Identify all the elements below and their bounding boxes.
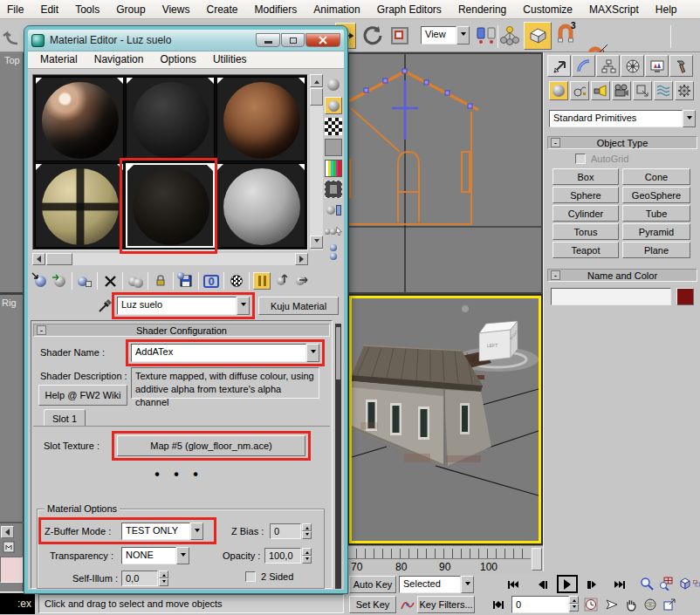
go-to-start-button[interactable] (501, 577, 525, 592)
menu-rendering[interactable]: Rendering (451, 0, 513, 19)
primitive-button-teapot[interactable]: Teapot (552, 242, 619, 258)
key-filters-button[interactable]: Key Filters... (417, 596, 475, 613)
zbias-field[interactable]: 0 (270, 523, 301, 539)
params-scrollbar[interactable] (335, 324, 341, 589)
sample-slot-6[interactable] (216, 163, 305, 248)
play-button[interactable] (557, 575, 578, 593)
menu-file[interactable]: File (0, 0, 31, 19)
trackbar-end-cap[interactable] (532, 548, 542, 571)
tab-hierarchy[interactable] (596, 55, 620, 77)
select-scale-icon[interactable] (391, 27, 408, 44)
menu-views[interactable]: Views (155, 0, 197, 19)
self-illum-spinner[interactable] (159, 571, 168, 586)
mini-listener-pink[interactable] (0, 557, 23, 583)
go-forward-to-sibling-button[interactable] (292, 272, 309, 290)
primitive-button-tube[interactable]: Tube (622, 205, 690, 222)
sample-slot-1[interactable] (35, 77, 124, 161)
me-menu-options[interactable]: Options (154, 51, 203, 67)
collapse-icon[interactable]: - (551, 270, 560, 280)
material-editor-dialog[interactable]: Material Editor - Luz suelo Material Nav… (24, 26, 347, 593)
dialog-title-bar[interactable]: Material Editor - Luz suelo (28, 30, 344, 51)
menu-graph-editors[interactable]: Graph Editors (370, 0, 449, 19)
field-of-view-button[interactable] (604, 596, 620, 613)
collapse-icon[interactable]: - (551, 138, 560, 147)
tab-create[interactable] (547, 55, 571, 77)
primitive-button-plane[interactable]: Plane (622, 242, 690, 258)
key-mode-toggle[interactable] (489, 597, 508, 612)
dropdown-arrow-icon[interactable] (306, 344, 319, 362)
dropdown-arrow-icon[interactable] (190, 523, 203, 540)
scrollbar-thumb[interactable] (310, 88, 323, 106)
dropdown-arrow-icon[interactable] (461, 576, 474, 593)
shader-name-dropdown[interactable]: AddATex (131, 344, 319, 362)
slot-1-tab[interactable]: Slot 1 (44, 409, 86, 427)
video-color-check-button[interactable] (325, 160, 342, 177)
viewport-front[interactable] (347, 52, 543, 294)
shader-configuration-rollout-header[interactable]: - Shader Configuration (33, 324, 330, 337)
mirror-icon[interactable] (475, 24, 498, 47)
primitive-button-sphere[interactable]: Sphere (552, 187, 619, 203)
menu-group[interactable]: Group (109, 0, 152, 19)
set-key-button[interactable]: Set Key (349, 596, 396, 613)
opacity-spinner[interactable] (302, 548, 312, 564)
options-button[interactable] (325, 202, 342, 219)
category-shapes[interactable] (570, 81, 589, 100)
arc-rotate-button[interactable] (642, 596, 658, 613)
menu-tools[interactable]: Tools (68, 0, 106, 19)
primitive-button-geosphere[interactable]: GeoSphere (622, 187, 690, 203)
zoom-extents-all-button[interactable] (693, 576, 700, 591)
tab-motion[interactable] (621, 55, 644, 77)
name-color-rollout-header[interactable]: - Name and Color (547, 269, 697, 282)
zbuffer-mode-dropdown[interactable]: TEST ONLY (121, 523, 203, 540)
primitive-button-pyramid[interactable]: Pyramid (622, 223, 690, 240)
put-to-library-button[interactable] (177, 272, 195, 290)
primitive-category-dropdown[interactable]: Standard Primitives (549, 110, 696, 127)
perspective-viewport-canvas[interactable]: LEFT RIGHT (352, 298, 539, 541)
sample-type-button[interactable] (325, 76, 342, 93)
next-frame-button[interactable] (581, 577, 602, 592)
scroll-up-button[interactable] (310, 74, 323, 87)
material-name-value[interactable]: Luz suelo (117, 297, 237, 315)
viewport-top-label[interactable]: Top (4, 55, 20, 65)
category-space-warps[interactable] (654, 81, 673, 100)
category-systems[interactable] (675, 81, 694, 100)
put-material-to-scene-button[interactable] (51, 272, 68, 290)
sample-slot-5-selected[interactable] (126, 163, 215, 248)
go-to-end-button[interactable] (607, 577, 632, 592)
undo-icon[interactable] (2, 24, 23, 47)
menu-customize[interactable]: Customize (516, 0, 580, 19)
menu-animation[interactable]: Animation (306, 0, 367, 19)
menu-edit[interactable]: Edit (33, 0, 65, 19)
maxscript-icon[interactable] (3, 541, 15, 553)
me-menu-material[interactable]: Material (33, 51, 85, 67)
dropdown-arrow-icon[interactable] (683, 110, 696, 127)
schematic-view-icon[interactable] (499, 24, 520, 47)
params-scrollbar-thumb[interactable] (336, 327, 340, 379)
mini-listener-field[interactable]: :ex (0, 593, 35, 614)
dropdown-arrow-icon[interactable] (237, 297, 250, 315)
object-type-rollout-header[interactable]: - Object Type (547, 136, 697, 149)
select-rotate-icon[interactable] (360, 24, 384, 48)
snaps-toggle-button[interactable] (524, 22, 552, 50)
timeline-ruler[interactable] (347, 549, 531, 559)
select-by-material-button[interactable] (325, 222, 342, 240)
menu-maxscript[interactable]: MAXScript (582, 0, 646, 19)
material-map-navigator-button[interactable] (325, 243, 342, 261)
auto-key-button[interactable]: Auto Key (349, 576, 396, 593)
self-illum-field[interactable]: 0,0 (121, 571, 158, 586)
menu-create[interactable]: Create (200, 0, 245, 19)
sample-uv-tiling-button[interactable] (325, 139, 342, 156)
minimize-button[interactable] (256, 33, 280, 47)
show-end-result-button[interactable] (253, 272, 271, 290)
show-map-in-viewport-button[interactable] (228, 272, 245, 290)
menu-modifiers[interactable]: Modifiers (248, 0, 305, 19)
reset-map-button[interactable] (101, 272, 119, 290)
reference-coordinate-dropdown[interactable]: View (421, 26, 470, 44)
sample-horizontal-scrollbar[interactable] (32, 253, 308, 265)
track-bar[interactable]: 70 80 90 100 (347, 545, 543, 574)
sample-vertical-scrollbar[interactable] (310, 74, 323, 250)
transparency-dropdown[interactable]: NONE (121, 547, 189, 564)
primitive-button-torus[interactable]: Torus (552, 223, 619, 240)
primitive-button-cylinder[interactable]: Cylinder (552, 205, 619, 222)
dropdown-arrow-icon[interactable] (176, 547, 189, 564)
